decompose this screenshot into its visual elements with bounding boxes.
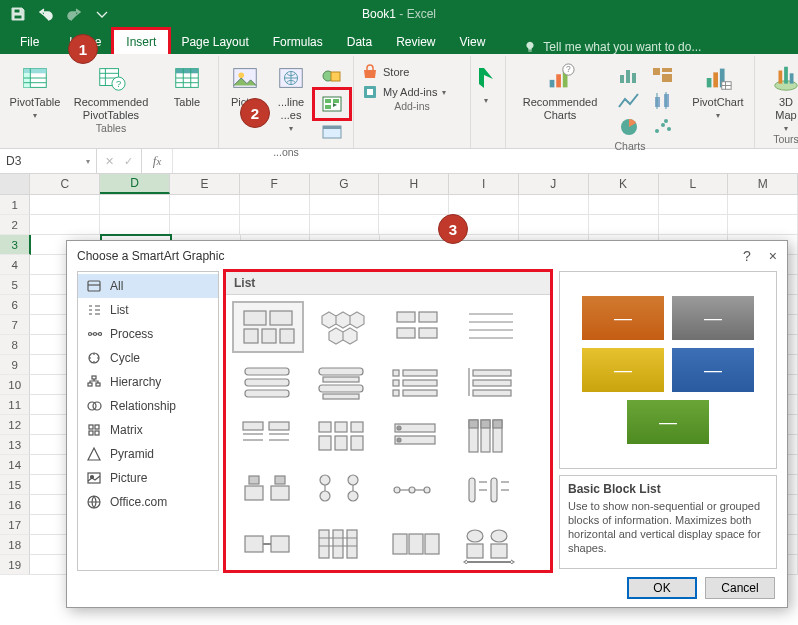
category-all[interactable]: All [78,274,218,298]
row-header[interactable]: 17 [0,515,30,535]
category-pyramid[interactable]: Pyramid [78,442,218,466]
category-cycle[interactable]: Cycle [78,346,218,370]
cell[interactable] [519,215,589,235]
undo-icon[interactable] [38,6,54,22]
col-header[interactable]: M [728,174,798,194]
category-office-com[interactable]: Office.com [78,490,218,514]
row-header[interactable]: 18 [0,535,30,555]
layout-thumb[interactable] [454,465,524,515]
cell[interactable] [240,195,310,215]
layout-thumb[interactable] [380,519,450,569]
row-header[interactable]: 8 [0,335,30,355]
column-chart-button[interactable] [612,62,646,88]
layout-thumb[interactable] [382,301,452,351]
layout-thumb[interactable] [306,465,376,515]
cell[interactable] [449,195,519,215]
col-header[interactable]: E [170,174,240,194]
cancel-button[interactable]: Cancel [705,577,775,599]
layout-thumb[interactable] [306,519,376,569]
col-header[interactable]: L [659,174,729,194]
layout-thumb[interactable] [232,357,302,407]
bing-maps-button[interactable]: ▾ [471,56,506,148]
row-header[interactable]: 3 [0,235,31,255]
row-header[interactable]: 4 [0,255,30,275]
cell[interactable] [170,215,240,235]
category-picture[interactable]: Picture [78,466,218,490]
tab-insert[interactable]: Insert [113,29,169,54]
cell[interactable] [100,215,170,235]
gallery-grid[interactable] [226,295,550,570]
tab-view[interactable]: View [448,30,498,54]
cell[interactable] [659,215,729,235]
row-header[interactable]: 14 [0,455,30,475]
layout-thumb[interactable] [380,357,450,407]
line-chart-button[interactable] [612,88,646,114]
row-header[interactable]: 5 [0,275,30,295]
cell[interactable] [240,215,310,235]
statistic-chart-button[interactable] [646,88,680,114]
cell[interactable] [100,195,170,215]
layout-thumb[interactable] [454,519,524,569]
qat-customize-icon[interactable] [94,6,110,22]
hierarchy-chart-button[interactable] [646,62,680,88]
shapes-button[interactable] [315,62,349,90]
layout-thumb[interactable] [232,411,302,461]
cell[interactable] [589,195,659,215]
cell[interactable] [379,195,449,215]
screenshot-button[interactable] [315,118,349,146]
row-header[interactable]: 1 [0,195,30,215]
category-hierarchy[interactable]: Hierarchy [78,370,218,394]
layout-thumb[interactable] [454,357,524,407]
col-header[interactable]: J [519,174,589,194]
ok-button[interactable]: OK [627,577,697,599]
row-header[interactable]: 16 [0,495,30,515]
recommended-pivottables-button[interactable]: ? Recommended PivotTables [64,58,158,122]
category-matrix[interactable]: Matrix [78,418,218,442]
row-header[interactable]: 7 [0,315,30,335]
fx-button[interactable]: fx [142,149,173,173]
layout-thumb[interactable] [308,301,378,351]
store-button[interactable]: Store [362,64,462,80]
row-header[interactable]: 13 [0,435,30,455]
row-header[interactable]: 9 [0,355,30,375]
row-header[interactable]: 15 [0,475,30,495]
pivottable-button[interactable]: PivotTable▾ [8,58,62,120]
layout-thumb[interactable] [232,465,302,515]
col-header[interactable]: H [379,174,449,194]
cell[interactable] [519,195,589,215]
cell[interactable] [310,195,380,215]
select-all-corner[interactable] [0,174,30,194]
cell[interactable] [30,195,100,215]
cell[interactable] [589,215,659,235]
col-header[interactable]: F [240,174,310,194]
category-process[interactable]: Process [78,322,218,346]
layout-thumb[interactable] [454,411,524,461]
tab-review[interactable]: Review [384,30,447,54]
3d-map-button[interactable]: 3D Map▾ [759,58,798,133]
row-header[interactable]: 10 [0,375,30,395]
name-box[interactable]: D3▾ [0,149,97,173]
row-header[interactable]: 11 [0,395,30,415]
col-header[interactable]: C [30,174,100,194]
cell[interactable] [728,195,798,215]
my-addins-button[interactable]: My Add-ins ▾ [362,84,462,100]
cell[interactable] [310,215,380,235]
layout-thumb[interactable] [306,357,376,407]
layout-thumb[interactable] [456,301,526,351]
col-header[interactable]: I [449,174,519,194]
row-header[interactable]: 12 [0,415,30,435]
pivotchart-button[interactable]: PivotChart▾ [686,58,750,120]
recommended-charts-button[interactable]: ? Recommended Charts [510,58,610,122]
smartart-button[interactable] [315,90,349,118]
row-header[interactable]: 6 [0,295,30,315]
pie-chart-button[interactable] [612,114,646,140]
layout-thumb[interactable] [380,465,450,515]
close-button[interactable]: × [769,248,777,264]
cell[interactable] [170,195,240,215]
col-header[interactable]: D [100,174,170,194]
col-header[interactable]: G [310,174,380,194]
tab-file[interactable]: File [8,30,57,54]
row-header[interactable]: 2 [0,215,30,235]
cell[interactable] [30,215,100,235]
cell[interactable] [659,195,729,215]
